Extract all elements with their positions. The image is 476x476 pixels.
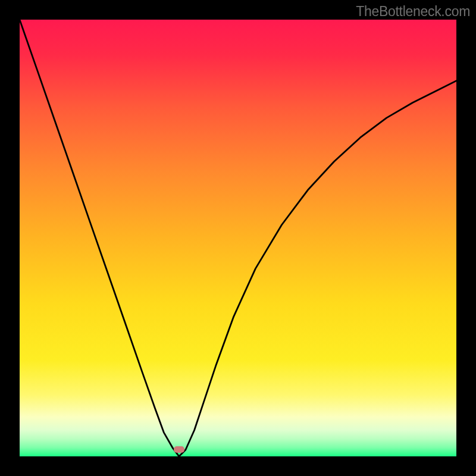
optimal-point-marker (174, 446, 184, 453)
gradient-plot-area (20, 20, 456, 456)
chart-frame: TheBottleneck.com (0, 0, 476, 476)
watermark-text: TheBottleneck.com (356, 4, 470, 20)
